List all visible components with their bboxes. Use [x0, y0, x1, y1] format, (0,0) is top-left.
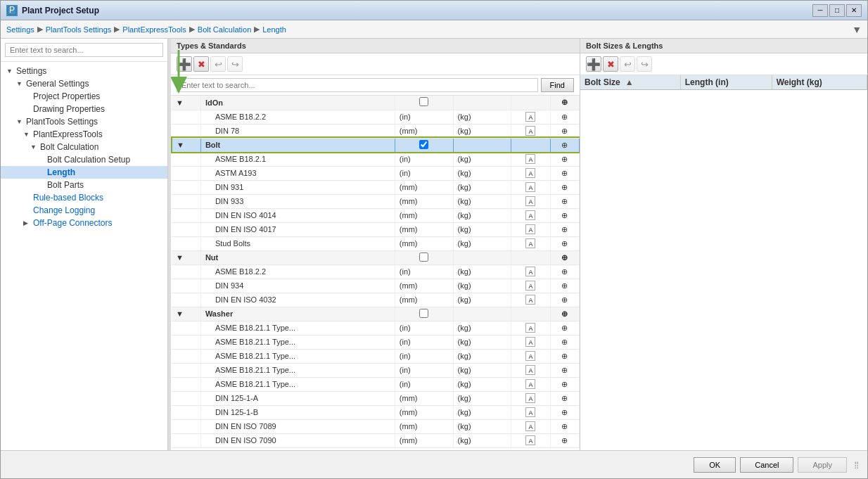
row-add-btn[interactable]: ⊕ — [550, 180, 579, 194]
col-bolt-size[interactable]: Bolt Size ▲ — [580, 75, 680, 90]
table-row[interactable]: DIN EN ISO 7089 (mm) (kg) A ⊕ — [172, 419, 580, 433]
find-button[interactable]: Find — [541, 78, 574, 92]
breadcrumb-planttools[interactable]: PlantTools Settings — [46, 25, 112, 34]
close-button[interactable]: ✕ — [846, 4, 862, 17]
breadcrumb-dropdown-arrow[interactable]: ▼ — [852, 24, 862, 35]
table-row[interactable]: DIN 125-1-B (mm) (kg) A ⊕ — [172, 405, 580, 419]
group-add-btn[interactable]: ⊕ — [550, 307, 579, 321]
remove-button[interactable]: ✖ — [193, 56, 209, 72]
row-add-btn[interactable]: ⊕ — [550, 110, 579, 124]
table-row[interactable]: DIN 931 (mm) (kg) A ⊕ — [172, 180, 580, 194]
row-add-btn[interactable]: ⊕ — [550, 391, 579, 405]
group-add-btn[interactable]: ⊕ — [550, 250, 579, 264]
table-row[interactable]: ASTM A193 (in) (kg) A ⊕ — [172, 166, 580, 180]
table-row[interactable]: ASME B18.2.1 (in) (kg) A ⊕ — [172, 152, 580, 166]
row-add-btn[interactable]: ⊕ — [550, 433, 579, 447]
table-row[interactable]: DIN EN ISO 4032 (mm) (kg) A ⊕ — [172, 293, 580, 307]
sidebar-item-rule-based-blocks[interactable]: Rule-based Blocks — [1, 191, 167, 204]
col-length[interactable]: Length (in) — [680, 75, 772, 90]
row-add-btn[interactable]: ⊕ — [550, 236, 579, 250]
row-add-btn[interactable]: ⊕ — [550, 166, 579, 180]
group-checkbox[interactable] — [419, 97, 428, 106]
right-redo-button[interactable]: ↪ — [637, 56, 652, 72]
row-add-btn[interactable]: ⊕ — [550, 279, 579, 293]
cancel-button[interactable]: Cancel — [740, 457, 793, 473]
row-add-btn[interactable]: ⊕ — [550, 363, 579, 377]
table-row[interactable]: Stud Bolts (mm) (kg) A ⊕ — [172, 236, 580, 250]
breadcrumb-plantexpress[interactable]: PlantExpressTools — [122, 25, 186, 34]
group-toggle[interactable]: ▼ — [172, 307, 200, 321]
table-row[interactable]: DIN 934 (mm) (kg) A ⊕ — [172, 279, 580, 293]
table-row[interactable]: DIN 933 (mm) (kg) A ⊕ — [172, 194, 580, 208]
sidebar-item-change-logging[interactable]: Change Logging — [1, 204, 167, 217]
group-add-btn[interactable]: ⊕ — [550, 96, 579, 110]
sidebar-item-bolt-calculation[interactable]: ▼ Bolt Calculation — [1, 141, 167, 153]
sidebar-item-label: PlantTools Settings — [26, 117, 98, 127]
sidebar-item-bolt-calculation-setup[interactable]: Bolt Calculation Setup — [1, 153, 167, 166]
minimize-button[interactable]: ─ — [812, 4, 828, 17]
sidebar-item-plantexpresstools[interactable]: ▼ PlantExpressTools — [1, 128, 167, 141]
add-button[interactable]: ➕ — [177, 56, 192, 72]
sidebar-item-project-properties[interactable]: Project Properties — [1, 90, 167, 103]
sidebar-item-planttools-settings[interactable]: ▼ PlantTools Settings — [1, 115, 167, 128]
table-row[interactable]: ASME B18.21.1 Type... (in) (kg) A ⊕ — [172, 363, 580, 377]
center-panel-toolbar: ➕ ✖ ↩ ↪ — [171, 53, 580, 75]
group-add-btn[interactable]: ⊕ — [550, 138, 579, 152]
breadcrumb-length[interactable]: Length — [262, 25, 286, 34]
group-row-ldon[interactable]: ▼ ldOn ⊕ — [172, 96, 580, 110]
row-add-btn[interactable]: ⊕ — [550, 335, 579, 349]
group-toggle[interactable]: ▼ — [172, 250, 200, 264]
group-row-nut[interactable]: ▼ Nut ⊕ — [172, 250, 580, 264]
right-undo-button[interactable]: ↩ — [620, 56, 635, 72]
redo-button[interactable]: ↪ — [227, 56, 243, 72]
center-search-input[interactable] — [177, 78, 538, 92]
row-add-btn[interactable]: ⊕ — [550, 124, 579, 138]
group-row-bolt[interactable]: ▼ Bolt ⊕ — [172, 138, 580, 152]
sidebar-item-length[interactable]: Length — [1, 166, 167, 179]
table-row[interactable]: DIN 78 (mm) (kg) A ⊕ — [172, 124, 580, 138]
breadcrumb-bolt-calculation[interactable]: Bolt Calculation — [198, 25, 251, 34]
row-add-btn[interactable]: ⊕ — [550, 321, 579, 335]
row-name: ASTM A193 — [200, 166, 395, 180]
sidebar-item-off-page-connectors[interactable]: ▶ Off-Page Connectors — [1, 217, 167, 229]
table-row[interactable]: ASME B18.2.2 (in) (kg) A ⊕ — [172, 110, 580, 124]
row-add-btn[interactable]: ⊕ — [550, 293, 579, 307]
breadcrumb-settings[interactable]: Settings — [6, 25, 34, 34]
maximize-button[interactable]: □ — [829, 4, 845, 17]
row-add-btn[interactable]: ⊕ — [550, 349, 579, 363]
row-add-btn[interactable]: ⊕ — [550, 208, 579, 222]
group-toggle[interactable]: ▼ — [172, 96, 200, 110]
table-row[interactable]: ASME B18.21.1 Type... (in) (kg) A ⊕ — [172, 321, 580, 335]
table-row[interactable]: ASME B18.21.1 Type... (in) (kg) A ⊕ — [172, 349, 580, 363]
group-toggle[interactable]: ▼ — [172, 138, 200, 152]
table-row[interactable]: DIN EN ISO 4014 (mm) (kg) A ⊕ — [172, 208, 580, 222]
table-row[interactable]: ASME B18.21.1 Type... (in) (kg) A ⊕ — [172, 377, 580, 391]
right-add-button[interactable]: ➕ — [586, 56, 601, 72]
row-add-btn[interactable]: ⊕ — [550, 264, 579, 279]
group-row-washer[interactable]: ▼ Washer ⊕ — [172, 307, 580, 321]
group-checkbox[interactable] — [419, 140, 428, 149]
row-add-btn[interactable]: ⊕ — [550, 194, 579, 208]
undo-button[interactable]: ↩ — [210, 56, 226, 72]
table-row[interactable]: DIN EN ISO 4017 (mm) (kg) A ⊕ — [172, 222, 580, 236]
table-row[interactable]: DIN 125-1-A (mm) (kg) A ⊕ — [172, 391, 580, 405]
row-add-btn[interactable]: ⊕ — [550, 152, 579, 166]
col-weight[interactable]: Weight (kg) — [772, 75, 867, 90]
sidebar-item-settings[interactable]: ▼ Settings — [1, 65, 167, 77]
row-add-btn[interactable]: ⊕ — [550, 419, 579, 433]
sidebar-item-general-settings[interactable]: ▼ General Settings — [1, 77, 167, 90]
table-row[interactable]: ASME B18.21.1 Type... (in) (kg) A ⊕ — [172, 335, 580, 349]
sidebar-item-drawing-properties[interactable]: Drawing Properties — [1, 103, 167, 115]
table-row[interactable]: DIN EN ISO 7090 (mm) (kg) A ⊕ — [172, 433, 580, 447]
row-add-btn[interactable]: ⊕ — [550, 405, 579, 419]
sidebar-search-input[interactable] — [5, 43, 163, 57]
row-add-btn[interactable]: ⊕ — [550, 377, 579, 391]
table-row[interactable]: ASME B18.2.2 (in) (kg) A ⊕ — [172, 264, 580, 279]
ok-button[interactable]: OK — [694, 457, 736, 473]
group-checkbox[interactable] — [419, 253, 428, 262]
group-checkbox[interactable] — [419, 309, 428, 318]
right-remove-button[interactable]: ✖ — [603, 56, 618, 72]
apply-button[interactable]: Apply — [798, 457, 847, 473]
sidebar-item-bolt-parts[interactable]: Bolt Parts — [1, 179, 167, 191]
row-add-btn[interactable]: ⊕ — [550, 222, 579, 236]
